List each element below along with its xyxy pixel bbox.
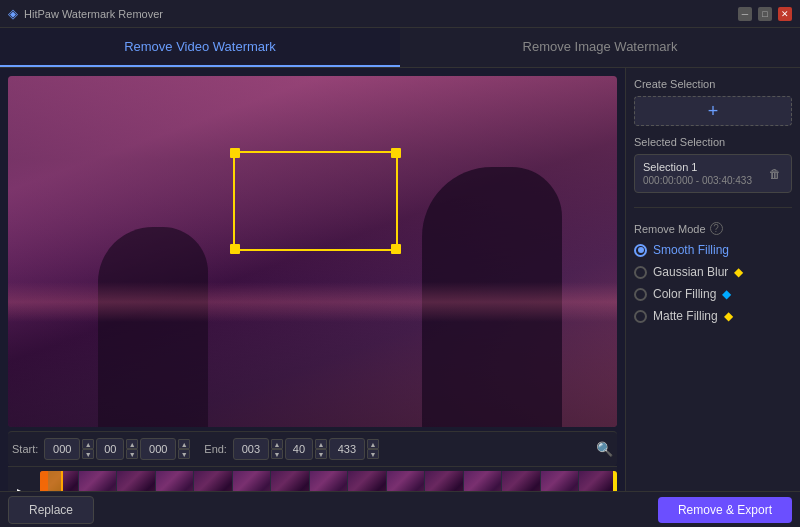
search-icon: 🔍 xyxy=(596,441,613,457)
title-bar-left: ◈ HitPaw Watermark Remover xyxy=(8,6,163,21)
end-sec-down[interactable]: ▼ xyxy=(367,449,379,459)
selection-info: Selection 1 000:00:000 - 003:40:433 xyxy=(643,161,752,186)
end-min-down[interactable]: ▼ xyxy=(315,449,327,459)
selection-box[interactable] xyxy=(233,151,398,251)
create-selection-button[interactable]: + xyxy=(634,96,792,126)
remove-mode-title: Remove Mode ? xyxy=(634,222,792,235)
corner-br xyxy=(391,244,401,254)
bottom-bar: Replace Remove & Export xyxy=(0,491,800,527)
create-selection-section: Create Selection + xyxy=(634,78,792,126)
selection-name: Selection 1 xyxy=(643,161,752,173)
selection-item[interactable]: Selection 1 000:00:000 - 003:40:433 🗑 xyxy=(634,154,792,193)
start-hours-up[interactable]: ▲ xyxy=(82,439,94,449)
minimize-button[interactable]: ─ xyxy=(738,7,752,21)
remove-mode-section: Remove Mode ? Smooth Filling Gaussian Bl… xyxy=(634,222,792,517)
end-seconds[interactable] xyxy=(329,438,365,460)
title-bar-controls: ─ □ ✕ xyxy=(738,7,792,21)
end-sec-up[interactable]: ▲ xyxy=(367,439,379,449)
selection-time: 000:00:000 - 003:40:433 xyxy=(643,175,752,186)
radio-color xyxy=(634,288,647,301)
end-hours[interactable] xyxy=(233,438,269,460)
left-panel: Start: ▲ ▼ ▲ ▼ ▲ ▼ xyxy=(0,68,625,527)
app-window: ◈ HitPaw Watermark Remover ─ □ ✕ Remove … xyxy=(0,0,800,527)
selected-selection-section: Selected Selection Selection 1 000:00:00… xyxy=(634,136,792,193)
video-container[interactable] xyxy=(8,76,617,427)
help-icon[interactable]: ? xyxy=(710,222,723,235)
export-button[interactable]: Remove & Export xyxy=(658,497,792,523)
app-icon: ◈ xyxy=(8,6,18,21)
trash-icon: 🗑 xyxy=(769,167,781,181)
mode-color[interactable]: Color Filling ◆ xyxy=(634,287,792,301)
start-hours-down[interactable]: ▼ xyxy=(82,449,94,459)
app-title: HitPaw Watermark Remover xyxy=(24,8,163,20)
radio-smooth xyxy=(634,244,647,257)
tab-bar: Remove Video Watermark Remove Image Wate… xyxy=(0,28,800,68)
create-selection-title: Create Selection xyxy=(634,78,792,90)
diamond-blue-icon: ◆ xyxy=(722,287,731,301)
time-controls: Start: ▲ ▼ ▲ ▼ ▲ ▼ xyxy=(8,431,617,466)
figure-left xyxy=(98,227,208,427)
horizon-glow xyxy=(8,282,617,322)
start-time-group: ▲ ▼ ▲ ▼ ▲ ▼ xyxy=(44,438,190,460)
replace-button[interactable]: Replace xyxy=(8,496,94,524)
start-minutes[interactable] xyxy=(96,438,124,460)
end-min-up[interactable]: ▲ xyxy=(315,439,327,449)
end-seconds-spin: ▲ ▼ xyxy=(367,439,379,459)
end-minutes-spin: ▲ ▼ xyxy=(315,439,327,459)
mode-gaussian-label: Gaussian Blur xyxy=(653,265,728,279)
delete-selection-button[interactable]: 🗑 xyxy=(767,165,783,183)
mode-gaussian[interactable]: Gaussian Blur ◆ xyxy=(634,265,792,279)
end-hours-up[interactable]: ▲ xyxy=(271,439,283,449)
tab-image[interactable]: Remove Image Watermark xyxy=(400,28,800,67)
start-hours[interactable] xyxy=(44,438,80,460)
plus-icon: + xyxy=(708,101,719,122)
end-label: End: xyxy=(204,443,227,455)
right-panel: Create Selection + Selected Selection Se… xyxy=(625,68,800,527)
radio-matte xyxy=(634,310,647,323)
corner-bl xyxy=(230,244,240,254)
start-sec-up[interactable]: ▲ xyxy=(178,439,190,449)
title-bar: ◈ HitPaw Watermark Remover ─ □ ✕ xyxy=(0,0,800,28)
maximize-button[interactable]: □ xyxy=(758,7,772,21)
mode-matte-label: Matte Filling xyxy=(653,309,718,323)
mode-matte[interactable]: Matte Filling ◆ xyxy=(634,309,792,323)
video-background xyxy=(8,76,617,427)
start-sec-down[interactable]: ▼ xyxy=(178,449,190,459)
end-hours-spin: ▲ ▼ xyxy=(271,439,283,459)
corner-tl xyxy=(230,148,240,158)
close-button[interactable]: ✕ xyxy=(778,7,792,21)
tab-video[interactable]: Remove Video Watermark xyxy=(0,28,400,67)
corner-tr xyxy=(391,148,401,158)
mode-color-label: Color Filling xyxy=(653,287,716,301)
diamond-yellow-icon: ◆ xyxy=(734,265,743,279)
start-hours-spin: ▲ ▼ xyxy=(82,439,94,459)
start-seconds-spin: ▲ ▼ xyxy=(178,439,190,459)
start-min-down[interactable]: ▼ xyxy=(126,449,138,459)
end-hours-down[interactable]: ▼ xyxy=(271,449,283,459)
search-button[interactable]: 🔍 xyxy=(596,441,613,457)
divider xyxy=(634,207,792,208)
diamond-yellow-icon2: ◆ xyxy=(724,309,733,323)
radio-gaussian xyxy=(634,266,647,279)
selected-selection-title: Selected Selection xyxy=(634,136,792,148)
end-minutes[interactable] xyxy=(285,438,313,460)
start-label: Start: xyxy=(12,443,38,455)
mode-smooth[interactable]: Smooth Filling xyxy=(634,243,792,257)
start-seconds[interactable] xyxy=(140,438,176,460)
start-min-up[interactable]: ▲ xyxy=(126,439,138,449)
end-time-group: ▲ ▼ ▲ ▼ ▲ ▼ xyxy=(233,438,379,460)
main-content: Start: ▲ ▼ ▲ ▼ ▲ ▼ xyxy=(0,68,800,527)
mode-smooth-label: Smooth Filling xyxy=(653,243,729,257)
start-minutes-spin: ▲ ▼ xyxy=(126,439,138,459)
